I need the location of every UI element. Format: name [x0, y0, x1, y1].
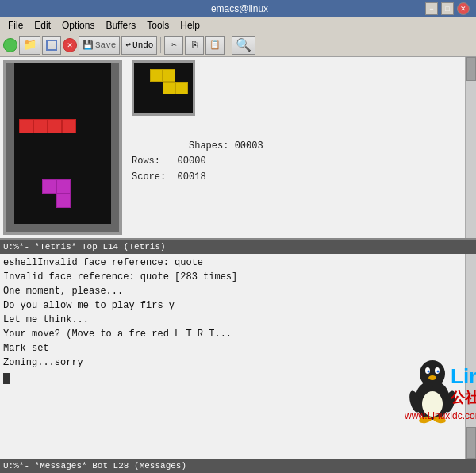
purple-block-4 [56, 194, 71, 208]
buffer-icon [46, 40, 57, 51]
messages-modeline: U:%*- *Messages* Bot L28 (Messages) [0, 459, 476, 473]
copy-button[interactable]: ⎘ [185, 36, 204, 55]
y-block-2 [163, 69, 175, 82]
wall-bottom [6, 224, 119, 232]
red-block-1 [19, 119, 33, 133]
purple-block-2 [56, 179, 71, 194]
buffer-button[interactable] [42, 36, 61, 55]
msg-line-8: Zoning...sorry [3, 356, 473, 370]
menu-file[interactable]: File [3, 18, 28, 33]
score-value: 00018 [178, 171, 206, 183]
red-block-3 [48, 119, 62, 133]
tetris-modeline-text: U:%*- *Tetris* Top L14 (Tetris) [3, 242, 166, 252]
messages-pane: eshellInvalid face reference: quote Inva… [0, 254, 476, 459]
scrollbar-thumb[interactable] [466, 57, 476, 81]
tetris-modeline: U:%*- *Tetris* Top L14 (Tetris) [0, 240, 476, 254]
text-cursor [3, 373, 10, 384]
window-controls: − □ ✕ [425, 2, 470, 15]
menu-help[interactable]: Help [175, 18, 205, 33]
cut-button[interactable]: ✂ [164, 36, 183, 55]
stop-button[interactable]: ✕ [63, 38, 77, 52]
msg-line-1: eshellInvalid face reference: quote [3, 256, 473, 270]
svg-point-10 [408, 390, 423, 413]
menu-edit[interactable]: Edit [29, 18, 56, 33]
menu-bar: File Edit Options Buffers Tools Help [0, 17, 476, 33]
title-bar: emacs@linux − □ ✕ [0, 0, 476, 17]
svg-point-9 [432, 416, 446, 424]
top-scrollbar[interactable] [465, 57, 476, 238]
toolbar-separator [160, 37, 161, 53]
tetris-pane: Shapes: 00003 Rows: 00000 Score: 00018 [0, 57, 476, 240]
tetris-info: Shapes: 00003 Rows: 00000 Score: 00018 [125, 57, 465, 238]
messages-content: eshellInvalid face reference: quote Inva… [0, 254, 476, 386]
purple-block-1 [42, 179, 56, 194]
preview-box [132, 60, 195, 116]
menu-tools[interactable]: Tools [142, 18, 174, 33]
msg-cursor-line [3, 370, 473, 384]
folder-icon: 📁 [23, 38, 36, 52]
msg-line-7: Mark set [3, 341, 473, 356]
y-block-5 [175, 82, 188, 94]
msg-line-3: One moment, please... [3, 284, 473, 298]
undo-icon: ↩ [125, 40, 131, 50]
msg-line-5: Let me think... [3, 313, 473, 327]
rows-value: 00000 [178, 156, 206, 167]
undo-button[interactable]: ↩ Undo [121, 36, 157, 55]
svg-point-11 [443, 390, 458, 413]
maximize-button[interactable]: □ [441, 2, 454, 15]
close-button[interactable]: ✕ [457, 2, 470, 15]
red-block-4 [62, 119, 76, 133]
y-block-1 [150, 69, 163, 82]
window-title: emacs@linux [54, 3, 425, 14]
minimize-button[interactable]: − [425, 2, 438, 15]
red-tetromino [19, 119, 76, 133]
score-label: Score: [132, 171, 178, 183]
wall-left [6, 63, 14, 232]
save-button[interactable]: 💾 Save [79, 36, 120, 55]
toolbar: 📁 ✕ 💾 Save ↩ Undo ✂ ⎘ 📋 🔍 [0, 33, 476, 57]
shapes-label: Shapes: [189, 140, 235, 152]
search-icon: 🔍 [236, 37, 251, 53]
wall-right [111, 63, 119, 232]
paste-button[interactable]: 📋 [205, 36, 225, 55]
svg-point-8 [418, 416, 432, 424]
rows-label: Rows: [132, 156, 178, 167]
save-label: Save [95, 40, 116, 50]
emacs-main: Shapes: 00003 Rows: 00000 Score: 00018 U… [0, 57, 476, 473]
msg-line-4: Do you allow me to play firs y [3, 298, 473, 313]
menu-buffers[interactable]: Buffers [101, 18, 140, 33]
messages-modeline-text: U:%*- *Messages* Bot L28 (Messages) [3, 461, 186, 471]
y-block-4 [163, 82, 175, 94]
tetris-stats: Shapes: 00003 Rows: 00000 Score: 00018 [132, 124, 459, 200]
msg-line-6: Your move? (Move to a fre red L T R T... [3, 327, 473, 341]
undo-label: Undo [132, 40, 153, 50]
menu-options[interactable]: Options [57, 18, 99, 33]
svg-point-0 [415, 380, 450, 420]
search-button[interactable]: 🔍 [232, 36, 255, 55]
messages-scrollbar[interactable] [465, 254, 476, 459]
indicator-green [3, 38, 17, 52]
save-icon: 💾 [83, 40, 94, 50]
msg-line-2: Invalid face reference: quote [283 times… [3, 270, 473, 284]
purple-tetromino [42, 179, 71, 208]
emacs-area: Shapes: 00003 Rows: 00000 Score: 00018 U… [0, 57, 476, 473]
shapes-value: 00003 [235, 140, 263, 152]
open-folder-button[interactable]: 📁 [19, 36, 40, 55]
messages-scrollbar-thumb[interactable] [466, 427, 476, 459]
svg-point-1 [422, 391, 443, 417]
toolbar-separator-2 [228, 37, 228, 53]
tetris-board [3, 60, 122, 235]
red-block-2 [33, 119, 48, 133]
yellow-tetromino [150, 69, 188, 94]
